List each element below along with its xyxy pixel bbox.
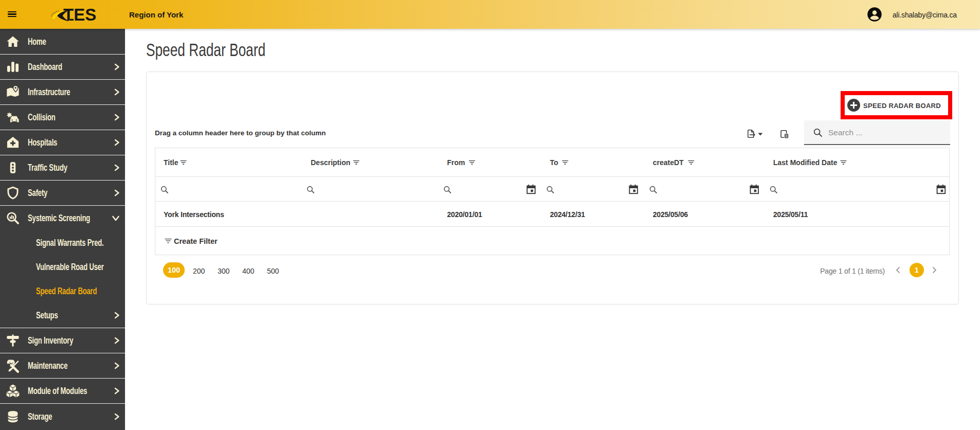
svg-text:TES: TES (63, 5, 96, 24)
